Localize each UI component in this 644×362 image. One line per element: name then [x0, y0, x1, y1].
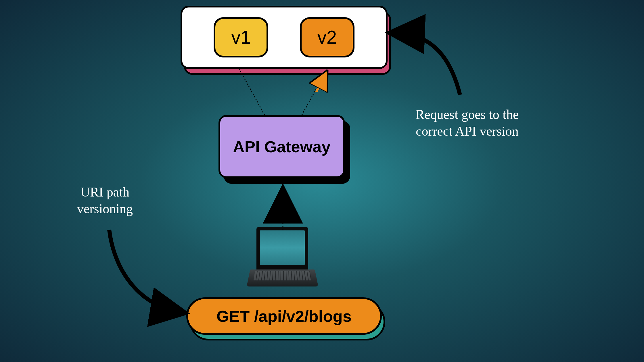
version-v1-chip: v1 [214, 17, 268, 57]
arrow-annotation-right [397, 33, 460, 95]
version-v2-chip: v2 [300, 17, 354, 57]
arrow-gateway-to-v2 [316, 75, 325, 92]
laptop-icon [250, 227, 315, 299]
version-v1-label: v1 [231, 27, 251, 48]
arrow-annotation-left [109, 230, 178, 312]
annotation-correct-version: Request goes to the correct API version [404, 106, 530, 139]
request-pill: GET /api/v2/blogs [186, 297, 382, 335]
request-label: GET /api/v2/blogs [216, 307, 352, 326]
api-gateway-box: API Gateway [218, 115, 345, 178]
laptop-display [260, 230, 305, 265]
annotation-uri-path: URI path versioning [57, 184, 152, 217]
connector-gateway-to-v1 [239, 68, 264, 115]
laptop-screen [256, 227, 308, 270]
version-v2-label: v2 [317, 27, 337, 48]
laptop-keys [254, 271, 312, 280]
versions-container: v1 v2 [181, 6, 388, 69]
connector-gateway-to-v2 [302, 68, 328, 115]
laptop-keyboard-base [247, 269, 318, 286]
api-gateway-label: API Gateway [233, 137, 330, 156]
